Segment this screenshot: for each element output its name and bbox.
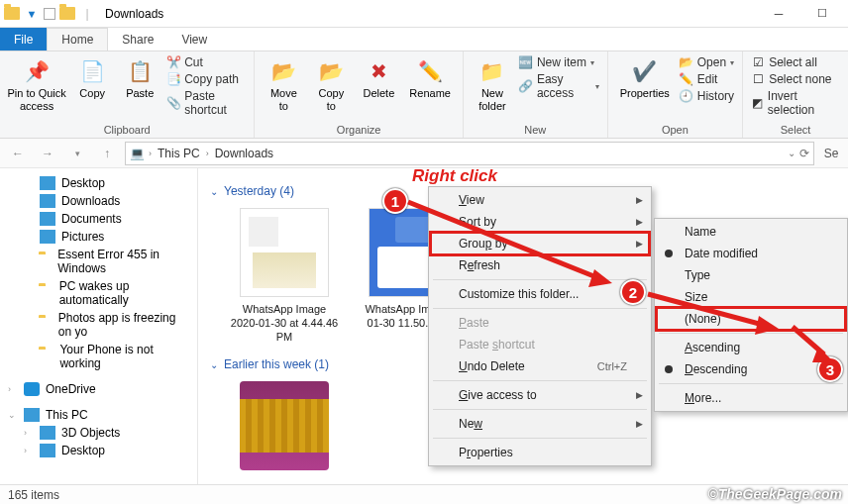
submenu-arrow-icon: ▶: [636, 239, 643, 249]
ctx-new[interactable]: New▶: [431, 413, 649, 435]
nav-forward-button[interactable]: →: [36, 142, 59, 165]
nav-back-button[interactable]: ←: [6, 142, 30, 165]
cut-button[interactable]: ✂️Cut: [166, 55, 246, 69]
tree-folder-1[interactable]: Essent Error 455 in Windows: [0, 246, 197, 277]
rename-button[interactable]: ✏️Rename: [405, 55, 455, 102]
menu-separator: [433, 380, 647, 381]
tree-downloads[interactable]: Downloads: [0, 192, 197, 210]
cut-icon: ✂️: [166, 55, 180, 69]
sub-ascending[interactable]: Ascending: [657, 337, 845, 358]
ctx-group-by[interactable]: Group by▶: [431, 233, 649, 254]
ctx-customize[interactable]: Customize this folder...: [431, 283, 649, 305]
new-folder-button[interactable]: 📁New folder: [472, 55, 513, 114]
paste-shortcut-button[interactable]: 📎Paste shortcut: [166, 89, 246, 117]
new-item-button[interactable]: 🆕New item ▾: [519, 55, 599, 69]
file-thumbnail-rar: [240, 381, 329, 470]
sub-date-modified[interactable]: Date modified: [657, 243, 845, 264]
copy-button[interactable]: 📄Copy: [71, 55, 113, 102]
breadcrumb-dropdown-icon[interactable]: ⌄: [788, 148, 795, 158]
search-input[interactable]: Se: [820, 142, 842, 165]
pin-quick-access-button[interactable]: 📌Pin to Quick access: [8, 55, 65, 114]
properties-button[interactable]: ✔️Properties: [616, 55, 674, 102]
refresh-icon[interactable]: ⟳: [799, 147, 809, 160]
paste-button[interactable]: 📋Paste: [119, 55, 160, 102]
breadcrumb-thispc[interactable]: This PC: [156, 147, 202, 160]
ctx-give-access[interactable]: Give access to▶: [431, 384, 649, 406]
radio-dot-icon: [665, 250, 673, 257]
ctx-refresh[interactable]: Refresh: [431, 254, 649, 276]
tree-folder-3[interactable]: Photos app is freezing on yo: [0, 309, 197, 341]
sub-type[interactable]: Type: [657, 264, 845, 286]
delete-button[interactable]: ✖Delete: [358, 55, 399, 102]
chevron-down-icon: ⌄: [210, 186, 218, 197]
tree-folder-2[interactable]: PC wakes up automatically: [0, 277, 197, 309]
context-menu: View▶ Sort by▶ Group by▶ Refresh Customi…: [428, 186, 652, 466]
easy-access-icon: 🔗: [519, 79, 533, 93]
tab-share[interactable]: Share: [108, 28, 167, 50]
copy-path-button[interactable]: 📑Copy path: [166, 72, 246, 86]
ribbon-group-select: ☑Select all ☐Select none ◩Invert selecti…: [743, 51, 848, 138]
group-label-clipboard: Clipboard: [104, 124, 151, 136]
radio-dot-icon: [665, 365, 673, 373]
select-all-button[interactable]: ☑Select all: [751, 55, 840, 69]
open-button[interactable]: 📂Open ▾: [680, 55, 734, 69]
context-submenu-groupby: Name Date modified Type Size (None) Asce…: [654, 218, 848, 412]
address-bar: ← → ▾ ↑ 💻 › This PC › Downloads ⌄ ⟳ Se: [0, 139, 848, 168]
easy-access-button[interactable]: 🔗Easy access ▾: [519, 72, 599, 100]
window-controls: ─ ☐: [757, 0, 844, 28]
move-to-button[interactable]: 📂Move to: [263, 55, 304, 114]
invert-selection-button[interactable]: ◩Invert selection: [751, 89, 840, 117]
tree-onedrive[interactable]: ›OneDrive: [0, 380, 197, 398]
maximize-button[interactable]: ☐: [800, 0, 844, 28]
tree-folder-4[interactable]: Your Phone is not working: [0, 341, 197, 372]
annotation-badge-2: 2: [620, 279, 646, 305]
breadcrumb-downloads[interactable]: Downloads: [213, 147, 275, 160]
tree-documents[interactable]: Documents: [0, 210, 197, 228]
annotation-right-click: Right click: [412, 166, 497, 186]
tree-3d-objects[interactable]: ›3D Objects: [0, 424, 197, 442]
window-title: Downloads: [105, 7, 163, 21]
tab-view[interactable]: View: [167, 28, 221, 50]
file-item[interactable]: WhatsApp Image 2020-01-30 at 4.44.46 PM: [230, 208, 339, 344]
tree-desktop-2[interactable]: ›Desktop: [0, 442, 197, 459]
file-item[interactable]: [230, 381, 339, 476]
ctx-sort-by[interactable]: Sort by▶: [431, 211, 649, 233]
ctx-view[interactable]: View▶: [431, 189, 649, 211]
title-bar: ▼ | Downloads ─ ☐: [0, 0, 848, 28]
tree-desktop[interactable]: Desktop: [0, 174, 197, 192]
folder-icon: [39, 286, 53, 300]
sub-none[interactable]: (None): [657, 308, 845, 330]
tree-pictures[interactable]: Pictures: [0, 228, 197, 246]
edit-button[interactable]: ✏️Edit: [680, 72, 734, 86]
paste-shortcut-icon: 📎: [166, 96, 180, 110]
qat-down-arrow-icon[interactable]: ▼: [24, 6, 40, 22]
rename-icon: ✏️: [416, 57, 444, 85]
copy-to-button[interactable]: 📂Copy to: [310, 55, 352, 114]
history-button[interactable]: 🕘History: [680, 89, 734, 103]
sub-name[interactable]: Name: [657, 221, 845, 243]
ribbon-group-open: ✔️Properties 📂Open ▾ ✏️Edit 🕘History Ope…: [608, 51, 744, 138]
qat-folder-icon[interactable]: [59, 6, 75, 22]
menu-separator: [433, 279, 647, 280]
watermark: ©TheGeekPage.com: [707, 486, 842, 502]
nav-recent-button[interactable]: ▾: [65, 142, 89, 165]
tab-file[interactable]: File: [0, 28, 47, 50]
ctx-undo-delete[interactable]: Undo DeleteCtrl+Z: [431, 355, 649, 377]
tab-home[interactable]: Home: [47, 28, 108, 50]
ribbon-group-clipboard: 📌Pin to Quick access 📄Copy 📋Paste ✂️Cut …: [0, 51, 255, 138]
tree-thispc[interactable]: ⌄This PC: [0, 406, 197, 424]
ribbon-group-new: 📁New folder 🆕New item ▾ 🔗Easy access ▾ N…: [464, 51, 608, 138]
ctx-properties[interactable]: Properties: [431, 442, 649, 463]
desktop-icon: [40, 444, 55, 457]
submenu-arrow-icon: ▶: [636, 195, 643, 205]
sub-size[interactable]: Size: [657, 286, 845, 308]
sub-more[interactable]: More...: [657, 387, 845, 409]
submenu-arrow-icon: ▶: [636, 419, 643, 429]
qat-properties-icon[interactable]: [44, 8, 55, 20]
minimize-button[interactable]: ─: [757, 0, 800, 28]
paste-icon: 📋: [126, 57, 154, 85]
history-icon: 🕘: [680, 89, 693, 103]
breadcrumb[interactable]: 💻 › This PC › Downloads ⌄ ⟳: [125, 142, 814, 165]
nav-up-button[interactable]: ↑: [95, 142, 119, 165]
select-none-button[interactable]: ☐Select none: [751, 72, 840, 86]
